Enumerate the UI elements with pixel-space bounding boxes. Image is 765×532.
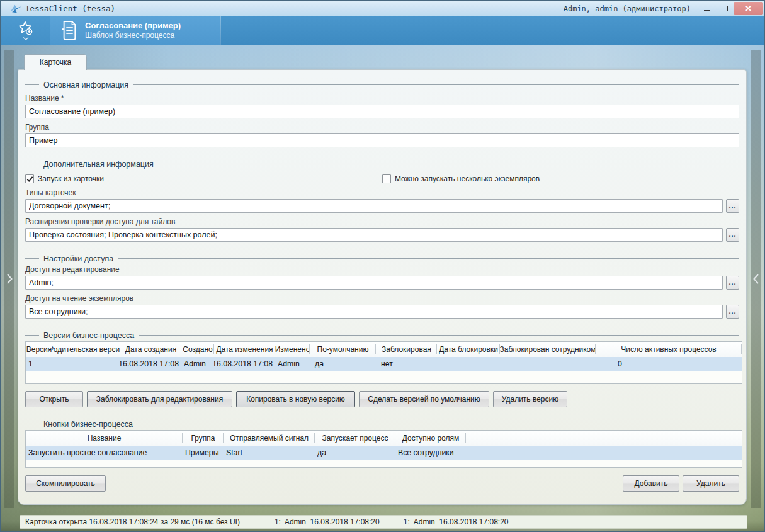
section-title: Кнопки бизнес-процесса (43, 420, 133, 429)
section-versions: Версии бизнес-процесса (25, 331, 739, 340)
column-header[interactable]: Изменено (275, 342, 310, 357)
section-main-info: Основная информация (25, 80, 739, 89)
section-access-settings: Настройки доступа (25, 254, 739, 263)
status-opened: Карточка открыта 16.08.2018 17:08:24 за … (25, 518, 240, 526)
table-cell: да (315, 446, 395, 460)
version-buttons-row: ОткрытьЗаблокировать для редактированияК… (25, 391, 739, 407)
group-label: Группа (25, 123, 739, 132)
table-row[interactable]: 116.08.2018 17:08Admin16.08.2018 17:08Ad… (26, 357, 742, 371)
multi-instance-checkbox[interactable] (382, 174, 391, 183)
section-additional-info: Дополнительная информация (25, 159, 739, 169)
column-header[interactable]: Доступно ролям (395, 431, 466, 446)
card-types-label: Типы карточек (25, 188, 739, 198)
table-cell: нет (376, 357, 437, 371)
column-header-empty (466, 431, 742, 446)
tessa-logo-icon (10, 4, 21, 13)
column-header[interactable]: Родительская версия (52, 342, 120, 357)
multi-instance-label: Можно запускать несколько экземпляров (395, 174, 540, 183)
left-panel-toggle[interactable] (4, 50, 14, 508)
close-icon: ✕ (745, 4, 752, 13)
app-window: TessaClient (tessa) Admin, admin (админи… (0, 0, 765, 532)
column-header[interactable]: Отправляемый сигнал (224, 431, 315, 446)
process-buttons-table: НазваниеГруппаОтправляемый сигналЗапуска… (25, 430, 742, 468)
table-cell: Admin (275, 357, 310, 371)
tile-access-field[interactable] (25, 228, 723, 242)
close-button[interactable]: ✕ (734, 2, 763, 15)
compile-button[interactable]: Скомпилировать (25, 475, 106, 492)
chevron-left-icon (753, 274, 759, 284)
table-cell: 16.08.2018 17:08 (120, 357, 181, 371)
table-row[interactable]: Запустить простое согласованиеПримерыSta… (26, 446, 742, 460)
column-header[interactable]: Дата блокировки (437, 342, 500, 357)
tile-access-picker-button[interactable]: ... (726, 228, 739, 242)
table-cell (437, 357, 500, 371)
multi-instance-checkbox-group: Можно запускать несколько экземпляров (382, 174, 540, 183)
card-types-picker-button[interactable]: ... (726, 199, 739, 213)
status-modified: 1: Admin 16.08.2018 17:08:20 (404, 518, 509, 526)
column-header[interactable]: Дата создания (120, 342, 181, 357)
versions-table: ВерсияРодительская версияДата созданияСо… (25, 341, 742, 384)
column-header[interactable]: Название (26, 431, 183, 446)
table-cell: 0 (596, 357, 742, 371)
table-cell (500, 357, 596, 371)
delete-version-button[interactable]: Удалить версию (493, 391, 567, 407)
column-header[interactable]: Заблокирован сотрудником (500, 342, 596, 357)
title-bar: TessaClient (tessa) Admin, admin (админи… (1, 1, 764, 16)
run-from-card-checkbox[interactable] (25, 174, 34, 183)
make-default-version-button[interactable]: Сделать версией по умолчанию (359, 391, 489, 407)
column-header[interactable]: Дата изменения (214, 342, 275, 357)
card-form: Основная информация Название* Группа Доп… (18, 69, 747, 505)
chevron-right-icon (7, 274, 13, 284)
section-title: Версии бизнес-процесса (43, 331, 134, 340)
card-types-field[interactable] (25, 199, 723, 213)
required-mark: * (61, 94, 64, 103)
run-from-card-checkbox-group: Запуск из карточки (25, 174, 104, 183)
status-created: 1: Admin 16.08.2018 17:08:20 (275, 518, 380, 526)
checkmark-icon (26, 176, 33, 183)
column-header[interactable]: Группа (183, 431, 224, 446)
table-cell: 1 (26, 357, 52, 371)
app-header: Согласование (пример) Шаблон бизнес-проц… (1, 16, 764, 45)
minimize-icon (704, 10, 710, 11)
section-title: Дополнительная информация (43, 160, 154, 169)
lock-for-edit-button[interactable]: Заблокировать для редактирования (87, 391, 232, 407)
copy-to-new-version-button[interactable]: Копировать в новую версию (236, 391, 355, 407)
table-cell: 16.08.2018 17:08 (214, 357, 275, 371)
read-access-label: Доступ на чтение экземпляров (25, 294, 739, 303)
column-header[interactable]: Версия (26, 342, 52, 357)
star-add-icon (18, 20, 34, 37)
favorites-tile[interactable] (1, 16, 50, 45)
name-field[interactable] (25, 105, 739, 118)
table-cell: Start (224, 446, 315, 460)
read-access-picker-button[interactable]: ... (726, 305, 739, 319)
open-version-button[interactable]: Открыть (25, 391, 83, 407)
column-header[interactable]: Число активных процессов (596, 342, 742, 357)
section-title: Основная информация (43, 81, 128, 89)
name-label: Название* (25, 94, 739, 103)
read-access-field[interactable] (25, 305, 723, 319)
right-panel-toggle[interactable] (751, 50, 761, 508)
workspace: Карточка Основная информация Название* Г… (1, 45, 764, 531)
maximize-button[interactable] (716, 2, 734, 15)
minimize-button[interactable] (698, 2, 716, 15)
edit-access-picker-button[interactable]: ... (726, 276, 739, 290)
add-button[interactable]: Добавить (623, 475, 679, 492)
table-cell (52, 357, 120, 371)
column-header[interactable]: Запускает процесс (315, 431, 395, 446)
table-cell: Запустить простое согласование (26, 446, 183, 460)
column-header[interactable]: Заблокирован (376, 342, 437, 357)
edit-access-field[interactable] (25, 276, 723, 290)
card-tile-subtitle: Шаблон бизнес-процесса (85, 31, 181, 40)
group-field[interactable] (25, 133, 739, 147)
chevron-down-icon (23, 37, 29, 40)
column-header[interactable]: По-умолчанию (310, 342, 376, 357)
tab-card[interactable]: Карточка (24, 54, 87, 70)
column-header[interactable]: Создано (181, 342, 214, 357)
table-empty-area (26, 460, 742, 467)
open-card-tile[interactable]: Согласование (пример) Шаблон бизнес-проц… (50, 16, 220, 45)
section-title: Настройки доступа (43, 254, 113, 263)
status-bar: Карточка открыта 16.08.2018 17:08:24 за … (20, 515, 747, 529)
delete-button[interactable]: Удалить (683, 475, 739, 492)
table-cell: да (310, 357, 376, 371)
table-cell: Admin (181, 357, 214, 371)
